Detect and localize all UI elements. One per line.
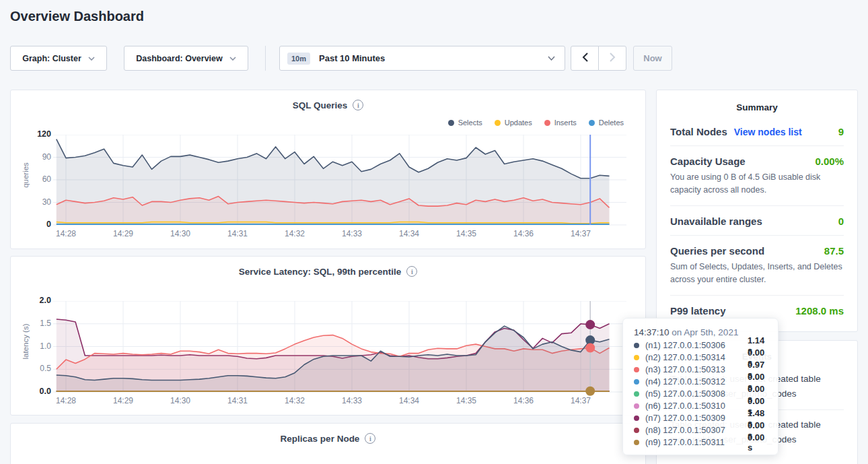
tooltip-date: on Apr 5th, 2021 [670, 327, 739, 337]
chevron-down-icon [548, 56, 555, 61]
x-tick-label: 14:31 [223, 229, 252, 238]
x-tick-label: 14:33 [337, 396, 367, 405]
chevron-down-icon [229, 57, 236, 61]
series-color-dot [634, 416, 639, 421]
chevron-right-icon [610, 53, 616, 65]
capacity-usage-label: Capacity Usage [670, 156, 746, 167]
summary-panel: Summary Total Nodes View nodes list 9 Ca… [656, 90, 858, 332]
legend-item-selects[interactable]: Selects [448, 119, 482, 127]
now-button-label: Now [643, 53, 661, 63]
series-color-dot [634, 403, 639, 409]
now-button-disabled[interactable]: Now [633, 46, 672, 71]
dashboard-dropdown-label: Dashboard: Overview [136, 54, 223, 63]
y-tick-label: 120 [24, 129, 51, 139]
time-range-picker[interactable]: 10m Past 10 Minutes [279, 46, 565, 71]
x-tick-label: 14:36 [509, 396, 538, 405]
y-tick-label: 0.5 [24, 364, 51, 373]
replicas-per-node-chart-title: Replicas per Node [281, 434, 360, 444]
service-latency-chart[interactable] [53, 301, 626, 397]
graph-dropdown-label: Graph: Cluster [22, 54, 81, 63]
x-tick-label: 14:29 [108, 396, 138, 405]
y-tick-label: 2.0 [24, 296, 51, 305]
tooltip-time: 14:37:10 [634, 327, 670, 337]
sql-queries-chart-title: SQL Queries [293, 100, 348, 110]
y-tick-label: 30 [24, 197, 51, 207]
legend-item-inserts[interactable]: Inserts [544, 119, 577, 127]
tooltip-node-value: 0.00 s [748, 432, 767, 453]
legend-label: Deletes [599, 119, 624, 127]
queries-per-second-caption: Sum of Selects, Updates, Inserts, and De… [670, 261, 844, 287]
legend-dot [544, 120, 550, 126]
summary-row-total-nodes: Total Nodes View nodes list 9 [670, 117, 844, 146]
x-tick-label: 14:34 [394, 229, 424, 238]
series-color-dot [634, 367, 639, 372]
x-tick-label: 14:34 [394, 396, 424, 405]
y-tick-label: 90 [24, 152, 51, 162]
graph-dropdown[interactable]: Graph: Cluster [10, 46, 107, 71]
tooltip-node-address: (n6) 127.0.0.1:50310 [645, 401, 748, 411]
time-next-button-disabled[interactable] [598, 46, 626, 71]
legend-dot [448, 120, 454, 126]
x-tick-label: 14:37 [566, 229, 595, 238]
x-tick-label: 14:32 [280, 396, 310, 405]
unavailable-ranges-label: Unavailable ranges [670, 216, 762, 227]
view-nodes-list-link[interactable]: View nodes list [734, 127, 802, 137]
service-latency-card: Service Latency: SQL, 99th percentile i … [10, 256, 646, 416]
tooltip-node-address: (n1) 127.0.0.1:50306 [645, 340, 748, 350]
capacity-usage-value: 0.00% [815, 156, 844, 167]
y-tick-label: 0.0 [24, 387, 51, 396]
info-icon[interactable]: i [406, 266, 417, 277]
sql-queries-chart[interactable] [53, 135, 626, 230]
p99-latency-value: 1208.0 ms [795, 305, 844, 317]
service-latency-chart-title: Service Latency: SQL, 99th percentile [239, 267, 402, 277]
x-tick-label: 14:35 [451, 229, 481, 238]
legend-label: Updates [505, 119, 532, 127]
summary-row-queries-per-second: Queries per second 87.5 Sum of Selects, … [670, 236, 844, 296]
tooltip-row: (n9) 127.0.0.1:503110.00 s [634, 438, 767, 446]
chevron-left-icon [582, 53, 588, 65]
replicas-per-node-card: Replicas per Node i [10, 423, 646, 464]
legend-label: Selects [458, 119, 482, 127]
x-tick-label: 14:28 [51, 229, 81, 238]
unavailable-ranges-value: 0 [838, 216, 844, 227]
series-color-dot [634, 391, 639, 397]
tooltip-node-address: (n4) 127.0.0.1:50312 [645, 376, 748, 387]
tooltip-node-address: (n2) 127.0.0.1:50314 [645, 352, 748, 362]
series-color-dot [634, 355, 639, 360]
series-color-dot [634, 379, 639, 385]
legend-item-updates[interactable]: Updates [495, 119, 532, 127]
overview-dashboard-page: Overview Dashboard Graph: Cluster Dashbo… [0, 0, 868, 464]
chart-hover-tooltip: 14:37:10 on Apr 5th, 2021 (n1) 127.0.0.1… [622, 318, 779, 455]
summary-row-capacity-usage: Capacity Usage 0.00% You are using 0 B o… [670, 146, 844, 206]
tooltip-node-address: (n8) 127.0.0.1:50307 [645, 425, 748, 435]
legend-dot [495, 120, 501, 126]
x-tick-label: 14:36 [509, 229, 538, 238]
sql-queries-card: SQL Queries i SelectsUpdatesInsertsDelet… [10, 90, 646, 249]
legend-item-deletes[interactable]: Deletes [589, 119, 624, 127]
tooltip-rows: (n1) 127.0.0.1:503061.14 s(n2) 127.0.0.1… [634, 341, 767, 446]
p99-latency-label: P99 latency [670, 305, 726, 317]
time-range-badge: 10m [287, 53, 310, 65]
x-tick-label: 14:28 [51, 396, 81, 405]
info-icon[interactable]: i [353, 100, 363, 110]
time-prev-button[interactable] [571, 46, 599, 71]
summary-title: Summary [657, 90, 857, 117]
total-nodes-label: Total Nodes [670, 126, 727, 137]
sql-queries-legend: SelectsUpdatesInsertsDeletes [448, 119, 624, 127]
x-tick-label: 14:31 [223, 396, 252, 405]
time-range-label: Past 10 Minutes [319, 53, 385, 63]
capacity-usage-caption: You are using 0 B of 4.5 GiB usable disk… [670, 171, 844, 197]
total-nodes-value: 9 [838, 126, 844, 137]
tooltip-node-address: (n7) 127.0.0.1:50309 [645, 413, 748, 423]
tooltip-node-address: (n3) 127.0.0.1:50313 [645, 364, 748, 374]
page-title: Overview Dashboard [10, 9, 144, 24]
legend-label: Inserts [554, 119, 577, 127]
tooltip-node-address: (n9) 127.0.0.1:50311 [645, 437, 748, 447]
series-color-dot [634, 343, 639, 348]
y-tick-label: 1.0 [24, 341, 51, 351]
info-icon[interactable]: i [365, 433, 375, 444]
toolbar-divider [265, 46, 266, 71]
dashboard-dropdown[interactable]: Dashboard: Overview [124, 46, 248, 71]
legend-dot [589, 120, 595, 126]
x-tick-label: 14:32 [280, 229, 310, 238]
